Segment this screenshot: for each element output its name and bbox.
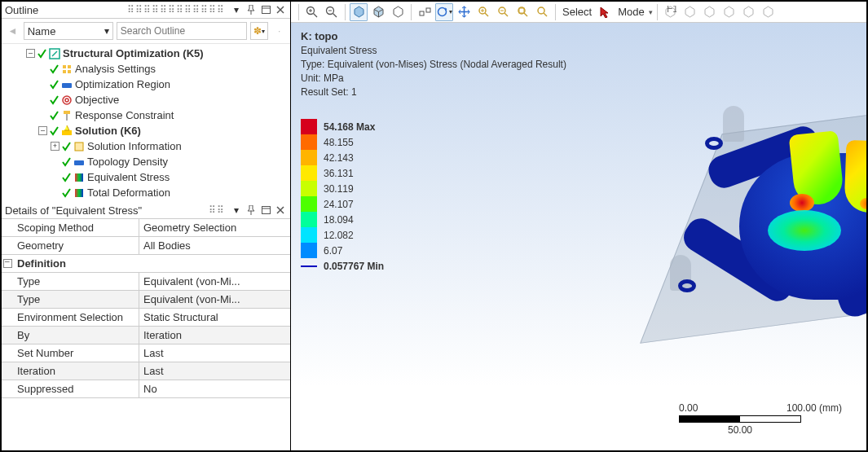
legend-swatch [301, 119, 317, 134]
search-input[interactable] [117, 22, 247, 40]
zoom-sel-icon[interactable] [533, 3, 551, 21]
view-right-icon[interactable] [720, 3, 738, 21]
detail-row-iter[interactable]: IterationLast [2, 362, 290, 380]
detail-row-type2[interactable]: TypeEquivalent (von-Mi... [2, 291, 290, 309]
zoom-in-icon[interactable] [303, 3, 321, 21]
svg-rect-9 [68, 70, 71, 73]
shading-icon[interactable] [350, 3, 368, 21]
legend-value: 12.082 [324, 230, 354, 241]
zoom-out-icon[interactable] [323, 3, 341, 21]
mode-button[interactable]: Mode [615, 6, 647, 18]
explode-icon[interactable] [416, 3, 434, 21]
view-front-icon[interactable] [681, 3, 699, 21]
svg-point-12 [65, 99, 68, 102]
dropdown-icon[interactable]: ▾ [230, 3, 243, 16]
collapse-icon[interactable]: – [26, 49, 35, 58]
detail-value: Static Structural [139, 309, 290, 326]
zoom-fit-icon[interactable] [513, 3, 531, 21]
tree-label: Solution (K6) [75, 125, 141, 137]
detail-group-definition[interactable]: Definition [2, 255, 290, 273]
svg-rect-7 [68, 65, 71, 68]
viewport-3d[interactable]: K: topo Equivalent Stress Type: Equivale… [291, 23, 866, 450]
fea-model [641, 88, 866, 365]
tree-node-stress[interactable]: Equivalent Stress [2, 169, 290, 185]
pan-icon[interactable] [455, 3, 473, 21]
svg-point-47 [538, 7, 544, 14]
svg-line-38 [485, 13, 488, 16]
dropdown-icon[interactable]: ▾ [230, 204, 243, 217]
tree-node-response[interactable]: Response Constraint [2, 108, 290, 123]
tree-node-solinfo[interactable]: + Solution Information [2, 138, 290, 154]
view-back-icon[interactable] [701, 3, 719, 21]
tree-node-region[interactable]: Optimization Region [2, 77, 290, 92]
detail-row-by[interactable]: ByIteration [2, 327, 290, 344]
deform-icon [73, 187, 85, 199]
shading-wire-icon[interactable] [369, 3, 387, 21]
zoom-tool-icon[interactable] [474, 3, 492, 21]
pin-icon[interactable] [245, 3, 258, 16]
detail-label: Geometry [13, 237, 139, 254]
view-left-icon[interactable] [740, 3, 758, 21]
drag-dots-icon: ⠿⠿ [209, 204, 225, 216]
close-icon[interactable] [274, 204, 287, 217]
tree-label: Objective [75, 94, 119, 106]
tree-node-analysis[interactable]: Analysis Settings [2, 61, 290, 77]
rotate-icon[interactable]: ▾ [435, 3, 453, 21]
tree-node-root[interactable]: – Structural Optimization (K5) [2, 46, 290, 61]
detail-row-geometry[interactable]: GeometryAll Bodies [2, 237, 290, 255]
svg-line-48 [544, 13, 547, 16]
detail-value: Equivalent (von-Mi... [139, 273, 290, 290]
detail-value: Geometry Selection [139, 219, 290, 236]
collapse-icon[interactable]: – [38, 126, 47, 135]
checkmark-icon [50, 95, 59, 105]
info-line: Result Set: 1 [301, 86, 566, 99]
expand-dot-icon: · [271, 23, 287, 39]
view-iso-icon[interactable]: F1 [662, 3, 680, 21]
window-icon[interactable] [259, 3, 272, 16]
expand-icon[interactable]: + [51, 142, 59, 151]
detail-row-type1[interactable]: TypeEquivalent (von-Mi... [2, 273, 290, 291]
info-icon [73, 141, 85, 152]
wireframe-icon[interactable] [389, 3, 407, 21]
window-icon[interactable] [259, 204, 272, 217]
solution-icon [61, 125, 73, 137]
outline-tree: – Structural Optimization (K5) Analysis … [2, 44, 290, 202]
checkmark-icon [50, 80, 59, 90]
detail-label: Set Number [13, 344, 139, 362]
zoom-box-icon[interactable] [494, 3, 512, 21]
legend-value: 48.155 [324, 137, 354, 148]
cursor-icon[interactable] [596, 3, 614, 21]
svg-point-34 [438, 8, 447, 16]
tree-node-density[interactable]: Topology Density [2, 154, 290, 169]
name-dropdown-label: Name [28, 25, 56, 37]
tree-label: Optimization Region [75, 78, 170, 90]
name-dropdown[interactable]: Name▾ [24, 22, 113, 40]
outline-filter-row: ◄ Name▾ ✽▾ · [2, 19, 290, 44]
info-line: Unit: MPa [301, 72, 566, 86]
tree-node-objective[interactable]: Objective [2, 92, 290, 108]
legend-value: 18.094 [324, 214, 354, 226]
detail-row-set[interactable]: Set NumberLast [2, 344, 290, 362]
svg-line-42 [504, 13, 508, 16]
svg-rect-18 [262, 207, 270, 214]
back-icon[interactable]: ◄ [5, 23, 20, 39]
legend-value: 36.131 [324, 168, 354, 179]
close-icon[interactable] [274, 3, 287, 16]
view-top-icon[interactable] [760, 3, 778, 21]
select-button[interactable]: Select [560, 6, 594, 18]
pin-icon[interactable] [245, 204, 258, 217]
detail-row-scoping[interactable]: Scoping MethodGeometry Selection [2, 219, 290, 237]
checkmark-icon [50, 64, 59, 74]
constraint-icon [61, 110, 73, 121]
tree-node-deform[interactable]: Total Deformation [2, 185, 290, 200]
detail-row-supp[interactable]: SuppressedNo [2, 380, 290, 398]
info-title: K: topo [301, 29, 566, 44]
detail-row-env[interactable]: Environment SelectionStatic Structural [2, 309, 290, 327]
svg-text:F1: F1 [667, 6, 676, 15]
filter-button[interactable]: ✽▾ [250, 22, 269, 40]
color-legend: 54.168 Max 48.155 42.143 36.131 30.119 2… [301, 119, 384, 274]
detail-label: Type [13, 291, 139, 308]
region-icon [61, 79, 73, 90]
info-line: Type: Equivalent (von-Mises) Stress (Nod… [301, 58, 566, 72]
tree-node-solution[interactable]: – Solution (K6) [2, 123, 290, 138]
